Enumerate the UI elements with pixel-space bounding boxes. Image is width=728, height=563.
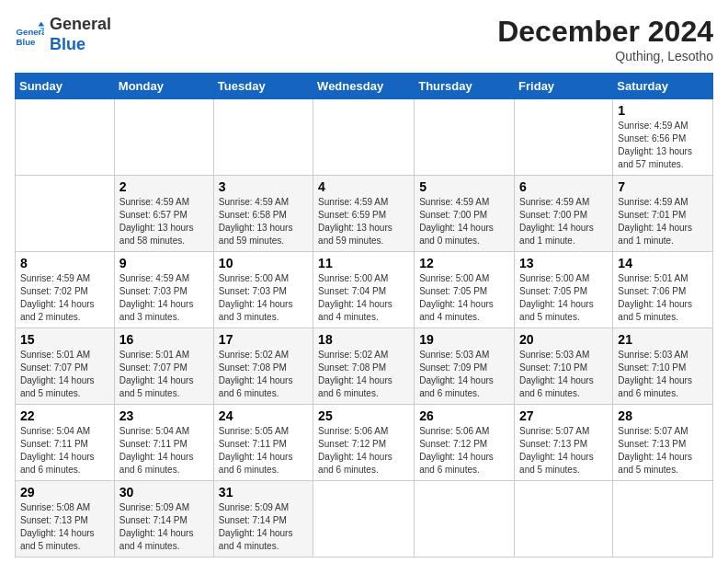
calendar-day-26: 26Sunrise: 5:06 AMSunset: 7:12 PMDayligh… [415, 405, 515, 481]
empty-cell [313, 481, 415, 557]
logo-icon: General Blue [15, 20, 44, 50]
svg-text:Blue: Blue [17, 37, 36, 47]
logo: General Blue General Blue [15, 15, 111, 54]
header: General Blue General Blue December 2024 … [15, 15, 713, 63]
weekday-header-thursday: Thursday [415, 74, 515, 99]
calendar-week-1: 2Sunrise: 4:59 AMSunset: 6:57 PMDaylight… [16, 176, 713, 252]
calendar-day-29: 29Sunrise: 5:08 AMSunset: 7:13 PMDayligh… [16, 481, 115, 557]
empty-cell [613, 481, 713, 557]
calendar-week-4: 22Sunrise: 5:04 AMSunset: 7:11 PMDayligh… [16, 405, 713, 481]
calendar-day-31: 31Sunrise: 5:09 AMSunset: 7:14 PMDayligh… [213, 481, 313, 557]
calendar-day-8: 8Sunrise: 4:59 AMSunset: 7:02 PMDaylight… [16, 252, 115, 328]
svg-text:General: General [17, 27, 44, 37]
calendar-day-4: 4Sunrise: 4:59 AMSunset: 6:59 PMDaylight… [313, 176, 415, 252]
calendar-day-7: 7Sunrise: 4:59 AMSunset: 7:01 PMDaylight… [613, 176, 713, 252]
calendar-day-6: 6Sunrise: 4:59 AMSunset: 7:00 PMDaylight… [515, 176, 613, 252]
calendar-day-21: 21Sunrise: 5:03 AMSunset: 7:10 PMDayligh… [613, 328, 713, 405]
calendar-day-14: 14Sunrise: 5:01 AMSunset: 7:06 PMDayligh… [613, 252, 713, 328]
calendar-day-24: 24Sunrise: 5:05 AMSunset: 7:11 PMDayligh… [213, 405, 313, 481]
calendar-week-0: 1Sunrise: 4:59 AMSunset: 6:56 PMDaylight… [16, 99, 713, 176]
logo-text: General Blue [50, 15, 111, 54]
calendar-day-20: 20Sunrise: 5:03 AMSunset: 7:10 PMDayligh… [515, 328, 613, 405]
empty-cell [16, 99, 115, 176]
calendar-day-15: 15Sunrise: 5:01 AMSunset: 7:07 PMDayligh… [16, 328, 115, 405]
calendar-day-19: 19Sunrise: 5:03 AMSunset: 7:09 PMDayligh… [415, 328, 515, 405]
calendar-day-3: 3Sunrise: 4:59 AMSunset: 6:58 PMDaylight… [213, 176, 313, 252]
empty-cell [515, 481, 613, 557]
empty-cell [313, 99, 415, 176]
calendar-day-1: 1Sunrise: 4:59 AMSunset: 6:56 PMDaylight… [613, 99, 713, 176]
calendar-day-30: 30Sunrise: 5:09 AMSunset: 7:14 PMDayligh… [114, 481, 213, 557]
weekday-header-tuesday: Tuesday [213, 74, 313, 99]
weekday-header-friday: Friday [515, 74, 613, 99]
empty-cell [114, 99, 213, 176]
calendar-day-11: 11Sunrise: 5:00 AMSunset: 7:04 PMDayligh… [313, 252, 415, 328]
calendar-day-2: 2Sunrise: 4:59 AMSunset: 6:57 PMDaylight… [114, 176, 213, 252]
calendar-week-5: 29Sunrise: 5:08 AMSunset: 7:13 PMDayligh… [16, 481, 713, 557]
calendar-table: SundayMondayTuesdayWednesdayThursdayFrid… [15, 73, 713, 557]
calendar-day-9: 9Sunrise: 4:59 AMSunset: 7:03 PMDaylight… [114, 252, 213, 328]
empty-cell [515, 99, 613, 176]
calendar-day-27: 27Sunrise: 5:07 AMSunset: 7:13 PMDayligh… [515, 405, 613, 481]
calendar-day-10: 10Sunrise: 5:00 AMSunset: 7:03 PMDayligh… [213, 252, 313, 328]
calendar-day-23: 23Sunrise: 5:04 AMSunset: 7:11 PMDayligh… [114, 405, 213, 481]
calendar-week-2: 8Sunrise: 4:59 AMSunset: 7:02 PMDaylight… [16, 252, 713, 328]
weekday-header-row: SundayMondayTuesdayWednesdayThursdayFrid… [16, 74, 713, 99]
empty-cell [213, 99, 313, 176]
calendar-day-28: 28Sunrise: 5:07 AMSunset: 7:13 PMDayligh… [613, 405, 713, 481]
empty-cell [415, 99, 515, 176]
calendar-week-3: 15Sunrise: 5:01 AMSunset: 7:07 PMDayligh… [16, 328, 713, 405]
calendar-day-18: 18Sunrise: 5:02 AMSunset: 7:08 PMDayligh… [313, 328, 415, 405]
calendar-day-17: 17Sunrise: 5:02 AMSunset: 7:08 PMDayligh… [213, 328, 313, 405]
svg-marker-2 [39, 21, 44, 26]
calendar-day-22: 22Sunrise: 5:04 AMSunset: 7:11 PMDayligh… [16, 405, 115, 481]
calendar-day-5: 5Sunrise: 4:59 AMSunset: 7:00 PMDaylight… [415, 176, 515, 252]
month-title: December 2024 [497, 15, 713, 49]
calendar-day-25: 25Sunrise: 5:06 AMSunset: 7:12 PMDayligh… [313, 405, 415, 481]
weekday-header-saturday: Saturday [613, 74, 713, 99]
calendar-day-12: 12Sunrise: 5:00 AMSunset: 7:05 PMDayligh… [415, 252, 515, 328]
title-area: December 2024 Quthing, Lesotho [497, 15, 713, 63]
empty-cell [415, 481, 515, 557]
empty-cell [16, 176, 115, 252]
weekday-header-sunday: Sunday [16, 74, 115, 99]
weekday-header-wednesday: Wednesday [313, 74, 415, 99]
calendar-day-16: 16Sunrise: 5:01 AMSunset: 7:07 PMDayligh… [114, 328, 213, 405]
location-subtitle: Quthing, Lesotho [497, 49, 713, 63]
calendar-day-13: 13Sunrise: 5:00 AMSunset: 7:05 PMDayligh… [515, 252, 613, 328]
weekday-header-monday: Monday [114, 74, 213, 99]
